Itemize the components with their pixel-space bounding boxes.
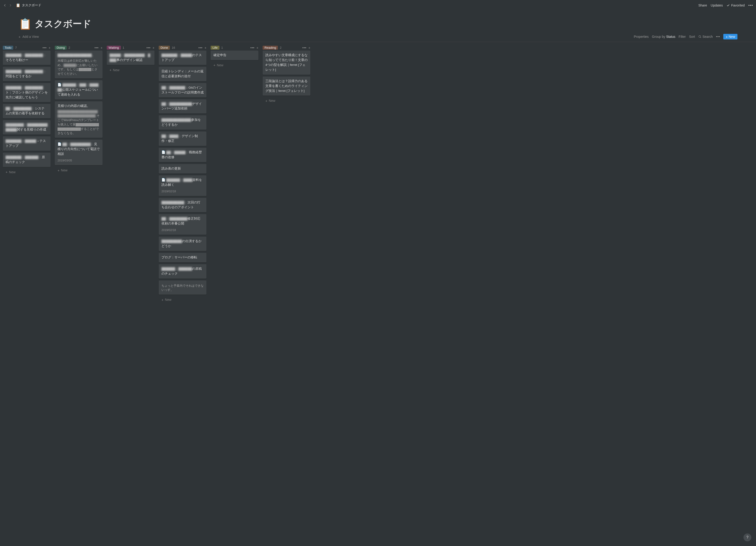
plus-icon: + <box>213 63 216 67</box>
card[interactable]: 見積りの内容の確認。▓▓▓▓▓▓▓▓▓▓▓▓▓▓▓▓▓▓▓▓▓▓▓▓▓▓▓▓▓▓… <box>55 101 103 138</box>
filter-button[interactable]: Filter <box>679 35 686 39</box>
page-header: 📋 タスクボード <box>0 10 756 32</box>
card[interactable]: ブログ：サーバーの移転 <box>159 253 206 262</box>
add-card-button[interactable]: +New <box>107 67 154 73</box>
column-header: Done16•••+ <box>158 45 207 51</box>
card[interactable]: 📄▓▓▓▓▓▓｜▓▓▓▓資料を読み解く2019/02/18 <box>159 175 206 196</box>
sort-button[interactable]: Sort <box>689 35 695 39</box>
column-more-icon[interactable]: ••• <box>95 46 99 50</box>
column-tag[interactable]: Todo <box>3 46 13 50</box>
column-tag[interactable]: Life <box>211 46 219 50</box>
add-card-label: New <box>269 99 275 103</box>
redacted-text: ▓▓▓▓▓▓▓▓▓▓▓▓▓ <box>161 118 191 122</box>
properties-button[interactable]: Properties <box>634 35 649 39</box>
card[interactable]: ▓▓｜▓▓▓▓：デザイン制作・修正 <box>159 132 206 146</box>
redacted-text: ▓▓｜▓▓▓▓▓▓▓ <box>161 86 185 89</box>
card[interactable]: 日経トレンディ：メールの返信と必要資料の送付 <box>159 67 206 81</box>
card[interactable]: ▓▓▓▓▓▓｜▓▓▓▓▓▓の原稿のチェック <box>159 264 206 279</box>
redacted-text: ▓▓▓▓▓▓▓▓▓ <box>161 239 182 243</box>
card[interactable]: ちょっと予算内でそれはできないっす。 <box>159 280 206 295</box>
favorited-toggle[interactable]: Favorited <box>727 3 745 7</box>
more-menu-icon[interactable]: ••• <box>748 3 753 7</box>
check-icon <box>727 4 730 7</box>
page-icon[interactable]: 📋 <box>19 18 32 30</box>
add-card-button[interactable]: +New <box>3 169 51 175</box>
group-by-button[interactable]: Group by Status <box>652 35 675 39</box>
add-card-button[interactable]: +New <box>263 97 310 104</box>
column-add-icon[interactable]: + <box>152 46 154 50</box>
redacted-text: ▓▓▓▓▓▓▓▓▓▓： <box>161 201 187 204</box>
document-icon: 📄 <box>161 151 165 154</box>
column-add-icon[interactable]: + <box>100 46 103 50</box>
column-add-icon[interactable]: + <box>204 46 206 50</box>
column-more-icon[interactable]: ••• <box>43 46 47 50</box>
column-tag[interactable]: Doing <box>55 46 67 50</box>
share-button[interactable]: Share <box>698 3 707 7</box>
card-title: ブログ：サーバーの移転 <box>161 256 197 259</box>
column-more-icon[interactable]: ••• <box>199 46 203 50</box>
card[interactable]: ▓▓▓▓▓▓▓▓▓▓：次回の打ち合わせのアポイント <box>159 198 206 212</box>
column-header: Life1•••+ <box>210 45 259 51</box>
column-tag[interactable]: Reading <box>263 46 278 50</box>
add-view-button[interactable]: + Add a View <box>19 35 634 39</box>
nav-back-icon[interactable] <box>3 3 7 7</box>
card[interactable]: ▓▓▓▓▓▓▓｜▓▓▓▓▓▓：原稿のチェック <box>3 153 51 167</box>
card[interactable]: ▓▓▓▓▓▓▓｜▓▓▓▓▓▓▓▓：問題をどうするか <box>3 67 51 81</box>
column-more-icon[interactable]: ••• <box>251 46 255 50</box>
card-title: 日経トレンディ：メールの返信と必要資料の送付 <box>161 70 204 78</box>
card[interactable]: 📄▓▓▓▓▓▓｜▓▓▓｜▓▓▓▓▓▓公開スケジュールについて連絡を入れる <box>55 80 103 100</box>
card[interactable]: 三段論法とは？説得力のある文章を書くためのライティング技法｜ferret [フェ… <box>263 77 310 96</box>
card[interactable]: ▓▓▓▓▓▓▓｜▓▓▓▓▓→テストアップ <box>3 136 51 151</box>
card[interactable]: ▓▓▓▓▓▓▓｜▓▓▓▓▓のテストアップ <box>159 51 206 65</box>
card[interactable]: 読みやすい文章構成にするなら知ってて当たり前！文章の4つの型を解説｜ferret… <box>263 51 310 75</box>
redacted-text: ▓▓｜▓▓▓▓： <box>161 134 182 138</box>
document-icon: 📄 <box>161 178 165 182</box>
group-by-value: Status <box>666 35 676 39</box>
card[interactable]: ▓▓｜▓▓▓▓▓▓▓▓修正対応依頼の本番公開2019/02/18 <box>159 214 206 235</box>
breadcrumb[interactable]: 📋 タスクボード <box>16 3 41 7</box>
updates-button[interactable]: Updates <box>711 3 723 7</box>
add-card-button[interactable]: +New <box>211 62 258 68</box>
column-add-icon[interactable]: + <box>48 46 51 50</box>
card[interactable]: ▓▓▓▓▓▓▓｜▓▓▓▓▓▓▓▓：そろそろ動けー <box>3 51 51 65</box>
plus-icon: + <box>19 35 21 39</box>
column-more-icon[interactable]: ••• <box>147 46 151 50</box>
column-count: 1 <box>221 46 223 49</box>
new-button[interactable]: + New <box>723 34 737 39</box>
column-tag[interactable]: Waiting <box>107 46 121 50</box>
add-card-label: New <box>9 170 16 174</box>
card[interactable]: ▓▓▓▓▓▓▓▓｜▓▓▓▓▓▓▓▓▓▓▓▓▓▓関する見積りの作成 <box>3 120 51 135</box>
card[interactable]: ▓▓▓▓▓｜▓▓▓▓▓▓▓▓▓：▓▓▓▓事のデザイン確認 <box>107 51 154 65</box>
breadcrumb-icon: 📋 <box>16 3 20 7</box>
card[interactable]: 📄▓▓｜▓▓▓▓▓：職務経歴書の改修 <box>159 148 206 162</box>
search-button[interactable]: Search <box>698 35 713 39</box>
column-more-icon[interactable]: ••• <box>302 46 307 50</box>
breadcrumb-title: タスクボード <box>22 3 41 7</box>
view-bar: + Add a View Properties Group by Status … <box>0 32 756 42</box>
card[interactable]: ▓▓▓▓▓▓▓▓▓の出演するかどうか <box>159 237 206 251</box>
document-icon: 📄 <box>58 142 61 146</box>
card[interactable]: ▓▓｜▓▓▓▓▓▓▓：Gitのインストールフローの説明書作成 <box>159 83 206 97</box>
column-add-icon[interactable]: + <box>256 46 258 50</box>
redacted-text: ▓▓▓▓▓▓▓｜▓▓▓▓▓▓▓▓： <box>6 70 46 73</box>
nav-forward-icon[interactable] <box>8 3 13 7</box>
card[interactable]: ▓▓｜▓▓▓▓▓▓▓▓▓▓デザインパーツ追加依頼 <box>159 99 206 114</box>
card[interactable]: ▓▓▓▓▓▓▓｜▓▓▓▓▓▓▓▓ト：フロント側のデザインを先方に確認してもらう <box>3 83 51 102</box>
page-title-text[interactable]: タスクボード <box>35 17 91 30</box>
card[interactable]: 読み表の更新 <box>159 164 206 173</box>
add-card-button[interactable]: +New <box>55 167 103 173</box>
card-date: 2019/03/05 <box>58 158 100 163</box>
card[interactable]: ▓▓▓▓▓▓▓▓▓▓▓▓▓▓▓。木曜日は終日対応が難しいため、▓▓▓▓▓▓にお願… <box>55 51 103 78</box>
view-more-icon[interactable]: ••• <box>716 35 720 39</box>
card[interactable]: 確定申告 <box>211 51 258 60</box>
card[interactable]: 📄▓▓｜▓▓▓▓▓▓▓▓▓：見積りの方向性について電話で相談2019/03/05 <box>55 140 103 165</box>
add-card-button[interactable]: +New <box>159 296 206 303</box>
column-count: 16 <box>172 46 175 49</box>
card[interactable]: ▓▓｜▓▓▓▓▓▓▓▓：システムの実装の着手を依頼する <box>3 104 51 118</box>
card[interactable]: ▓▓▓▓▓▓▓▓▓▓▓▓▓参加をどうするか <box>159 115 206 130</box>
column-tag[interactable]: Done <box>159 46 170 50</box>
card-title: 読みやすい文章構成にするなら知ってて当たり前！文章の4つの型を解説｜ferret… <box>265 53 308 71</box>
search-label: Search <box>702 35 713 39</box>
card-title: 問題をどうするか <box>6 74 32 78</box>
column-add-icon[interactable]: + <box>308 46 310 50</box>
